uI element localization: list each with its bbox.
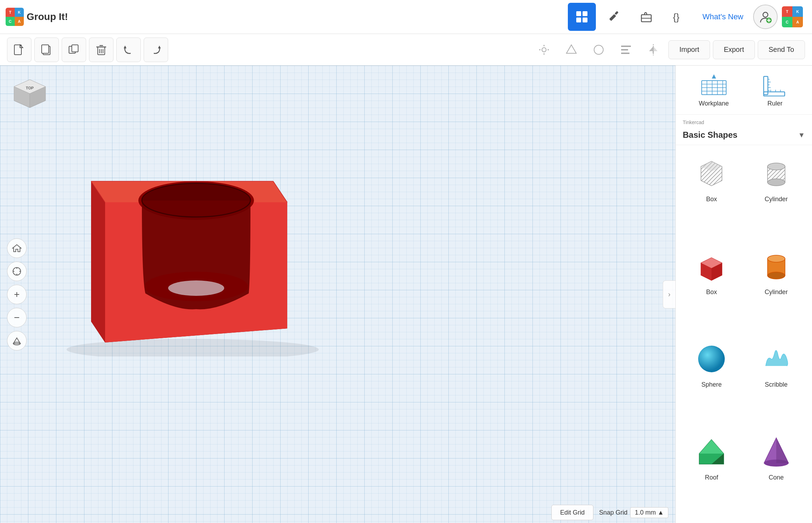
snap-grid-area: Snap Grid 1.0 mm ▲ [599,507,668,518]
scribble-preview [757,340,796,378]
shapes-title: Basic Shapes [683,130,737,140]
workplane-icon-area [700,73,728,97]
export-button[interactable]: Export [713,40,755,59]
chevron-right-icon: › [668,290,670,298]
mirror-tool-btn[interactable] [641,38,666,62]
canvas-area[interactable]: TOP + − [0,66,675,523]
ruler-icon [761,74,789,96]
logo-c: C [6,17,15,26]
align-tool-btn[interactable] [614,38,638,62]
svg-point-91 [768,179,785,186]
svg-point-52 [67,339,319,356]
shape-tool-btn[interactable] [559,38,584,62]
svg-point-32 [594,45,603,54]
svg-rect-35 [621,53,629,54]
svg-marker-57 [91,181,105,342]
zoom-out-button[interactable]: − [7,308,27,327]
left-controls: + − [7,238,27,351]
svg-marker-38 [653,46,658,53]
svg-marker-25 [158,46,161,48]
roof-preview [692,433,731,471]
3d-object-canvas [42,111,340,356]
svg-rect-3 [583,18,587,22]
new-button[interactable] [7,38,32,62]
copy-icon [40,43,53,56]
right-panel: Workplane [675,66,812,523]
delete-icon [95,43,108,56]
new-icon [13,43,26,56]
shape-item-roof[interactable]: Roof [679,427,744,520]
cone-label: Cone [769,474,784,481]
logo2-k: K [792,6,803,17]
shape-item-cylinder-gray[interactable]: Cylinder [744,149,809,242]
fit-view-button[interactable] [7,262,27,281]
cylinder-gray-label: Cylinder [765,196,788,203]
workplane-label: Workplane [699,100,729,107]
main-content: TOP + − [0,66,812,523]
svg-point-98 [768,272,785,279]
circle-tool-btn[interactable] [586,38,611,62]
grid-view-button[interactable] [568,3,596,31]
delete-button[interactable] [89,38,113,62]
user-button[interactable] [753,5,778,29]
logo2-t: T [782,6,792,17]
zoom-out-icon: − [14,313,20,322]
sphere-label: Sphere [701,381,722,388]
send-to-button[interactable]: Send To [758,40,805,59]
shapes-dropdown[interactable]: Basic Shapes ▼ [676,127,812,145]
tools-button[interactable] [600,3,628,31]
box-gray-preview [692,154,731,193]
top-nav: T K C A Group It! {} [0,0,812,34]
fit-icon [12,266,22,276]
shape-item-box-red[interactable]: Box [679,242,744,334]
svg-rect-1 [583,11,587,16]
panel-collapse-handle[interactable]: › [663,280,675,308]
view-cube-svg: TOP [11,76,49,115]
ruler-tool[interactable]: Ruler [761,73,789,107]
cone-preview [757,433,796,471]
shape-item-scribble[interactable]: Scribble [744,334,809,427]
briefcase-button[interactable] [632,3,660,31]
light-icon-btn[interactable] [532,38,556,62]
home-button[interactable] [7,238,27,258]
app-title: Group It! [27,11,68,22]
cylinder-gray-icon [759,156,794,191]
svg-rect-17 [72,45,78,52]
zoom-in-button[interactable]: + [7,285,27,304]
shape-item-cone[interactable]: Cone [744,427,809,520]
svg-point-90 [768,163,785,170]
hammer-icon [608,11,620,23]
duplicate-button[interactable] [62,38,86,62]
zoom-in-icon: + [14,290,20,299]
scribble-label: Scribble [765,381,787,388]
box-gray-label: Box [706,196,717,203]
import-button[interactable]: Import [668,40,710,59]
code-button[interactable]: {} [665,3,693,31]
shape-item-box-gray[interactable]: Box [679,149,744,242]
redo-button[interactable] [144,38,168,62]
svg-marker-44 [13,245,21,252]
sphere-preview [692,340,731,378]
edit-grid-button[interactable]: Edit Grid [551,505,593,520]
sphere-icon [694,341,729,376]
shape-tool-icon [565,43,578,56]
svg-marker-101 [699,440,724,454]
shapes-category-label: Tinkercad [676,115,812,127]
shape-item-sphere[interactable]: Sphere [679,334,744,427]
shape-item-cylinder-orange[interactable]: Cylinder [744,242,809,334]
whats-new-button[interactable]: What's New [697,9,749,24]
cone-icon [759,434,794,469]
undo-button[interactable] [116,38,141,62]
logo-k: K [15,8,24,17]
workplane-tool[interactable]: Workplane [699,73,729,107]
copy-button[interactable] [34,38,59,62]
cylinder-orange-label: Cylinder [765,288,788,296]
svg-rect-76 [764,92,785,96]
snap-grid-value[interactable]: 1.0 mm ▲ [630,507,668,518]
perspective-button[interactable] [7,331,27,351]
workplane-icon [700,74,728,96]
cylinder-orange-preview [757,247,796,286]
svg-rect-2 [576,18,581,22]
view-cube[interactable]: TOP [11,76,49,115]
logo-box[interactable]: T K C A [6,8,24,26]
